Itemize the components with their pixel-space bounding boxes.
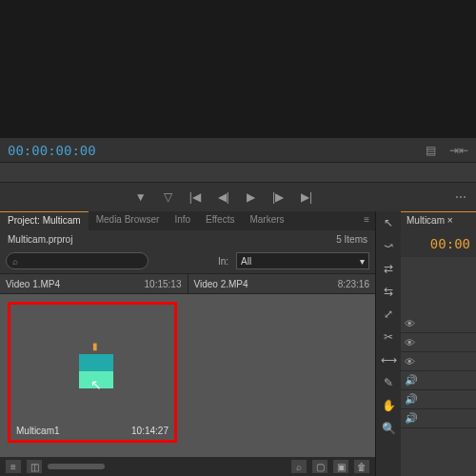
eye-icon[interactable]: 👁 [405, 356, 415, 367]
chevron-down-icon: ▾ [360, 256, 365, 267]
in-label: In: [218, 256, 228, 267]
timeline-panel: Multicam × 00:00 👁 👁 👁 🔊 🔊 🔊 [401, 211, 476, 476]
marker-icon: ▮ [92, 341, 98, 351]
speaker-icon[interactable]: 🔊 [405, 374, 418, 387]
rolling-edit-tool-icon[interactable]: ⇆ [379, 282, 398, 301]
step-forward-icon[interactable]: |▶ [272, 190, 284, 204]
tools-panel: ↖ ⤻ ⇄ ⇆ ⤢ ✂ ⟷ ✎ ✋ 🔍 [376, 211, 401, 476]
video-track[interactable]: 👁 [401, 333, 476, 352]
transport-controls: ▼ ▽ |◀ ◀| ▶ |▶ ▶| ⋯ [0, 183, 476, 211]
clip-name: Video 2.MP4 [194, 279, 248, 289]
project-panel: Project: Multicam Media Browser Info Eff… [0, 211, 376, 476]
time-ruler[interactable] [0, 162, 476, 183]
marker-split-icon[interactable]: ⇥⇤ [449, 144, 468, 157]
bin-thumbnail-area[interactable]: ▮ ↖ Multicam1 10:14:27 [0, 294, 375, 457]
playhead-timecode[interactable]: 00:00:00:00 [8, 143, 96, 158]
slip-tool-icon[interactable]: ⟷ [379, 350, 398, 369]
tab-markers[interactable]: Markers [242, 211, 291, 230]
speaker-icon[interactable]: 🔊 [405, 412, 418, 425]
clip-item-1[interactable]: Video 1.MP4 10:15:13 [0, 274, 188, 293]
tab-info[interactable]: Info [167, 211, 198, 230]
icon-view-icon[interactable]: ◫ [27, 460, 42, 473]
timeline-tab[interactable]: Multicam × [401, 211, 476, 230]
clip-duration: 8:23:16 [338, 279, 369, 289]
clip-name: Video 1.MP4 [6, 279, 60, 289]
audio-track[interactable]: 🔊 [401, 409, 476, 428]
clip-duration: 10:15:13 [145, 279, 182, 289]
eye-icon[interactable]: 👁 [405, 318, 415, 329]
more-transport-icon[interactable]: ⋯ [455, 190, 466, 204]
audio-track[interactable]: 🔊 [401, 390, 476, 409]
search-icon: ⌕ [12, 256, 18, 267]
project-bottom-bar: ≡ ◫ ⌕ ▢ ▣ 🗑 [0, 457, 375, 476]
timecode-bar: 00:00:00:00 ▤ ⇥⇤ [0, 138, 476, 162]
search-input[interactable]: ⌕ [6, 252, 149, 269]
step-back-icon[interactable]: ◀| [218, 190, 229, 204]
tab-media-browser[interactable]: Media Browser [89, 211, 168, 230]
search-row: ⌕ In: All ▾ [0, 248, 375, 273]
project-filename: Multicam.prproj [8, 234, 72, 245]
thumbnail-size-slider[interactable] [48, 464, 105, 469]
still-export-icon[interactable]: ▤ [426, 144, 436, 157]
ripple-edit-tool-icon[interactable]: ⇄ [379, 259, 398, 278]
multicam-sequence-item[interactable]: ▮ ↖ Multicam1 10:14:27 [8, 302, 177, 443]
new-bin-icon[interactable]: ▢ [312, 460, 327, 473]
mark-out-icon[interactable]: ▽ [164, 190, 172, 204]
filter-value: All [241, 256, 251, 267]
track-select-tool-icon[interactable]: ⤻ [379, 236, 398, 255]
new-item-icon[interactable]: ▣ [333, 460, 348, 473]
tab-effects[interactable]: Effects [198, 211, 242, 230]
rate-stretch-tool-icon[interactable]: ⤢ [379, 305, 398, 324]
delete-icon[interactable]: 🗑 [354, 460, 369, 473]
item-count: 5 Items [336, 234, 367, 245]
timeline-tracks[interactable]: 👁 👁 👁 🔊 🔊 🔊 [401, 257, 476, 476]
list-view-icon[interactable]: ≡ [6, 460, 21, 473]
panel-tabs: Project: Multicam Media Browser Info Eff… [0, 211, 375, 230]
find-icon[interactable]: ⌕ [291, 460, 307, 473]
selection-tool-icon[interactable]: ↖ [379, 213, 398, 232]
go-to-out-icon[interactable]: ▶| [301, 190, 312, 204]
go-to-in-icon[interactable]: |◀ [189, 190, 201, 204]
hand-tool-icon[interactable]: ✋ [379, 396, 398, 415]
zoom-tool-icon[interactable]: 🔍 [379, 419, 398, 438]
panel-menu-icon[interactable]: ≡ [358, 211, 375, 230]
filter-select[interactable]: All ▾ [236, 252, 369, 269]
video-track[interactable]: 👁 [401, 352, 476, 371]
timeline-timecode[interactable]: 00:00 [401, 230, 476, 257]
audio-track[interactable]: 🔊 [401, 371, 476, 390]
mark-in-icon[interactable]: ▼ [135, 190, 147, 204]
multicam-thumbnail [79, 354, 113, 388]
video-track[interactable]: 👁 [401, 314, 476, 333]
project-header: Multicam.prproj 5 Items [0, 230, 375, 248]
multicam-duration: 10:14:27 [131, 426, 169, 436]
pen-tool-icon[interactable]: ✎ [379, 373, 398, 392]
eye-icon[interactable]: 👁 [405, 337, 415, 348]
play-icon[interactable]: ▶ [247, 190, 255, 204]
clip-item-2[interactable]: Video 2.MP4 8:23:16 [188, 274, 376, 293]
tab-project[interactable]: Project: Multicam [0, 211, 89, 230]
clip-list-header: Video 1.MP4 10:15:13 Video 2.MP4 8:23:16 [0, 273, 375, 294]
razor-tool-icon[interactable]: ✂ [379, 327, 398, 347]
speaker-icon[interactable]: 🔊 [405, 393, 418, 406]
program-monitor [0, 0, 476, 138]
multicam-name: Multicam1 [16, 426, 60, 436]
